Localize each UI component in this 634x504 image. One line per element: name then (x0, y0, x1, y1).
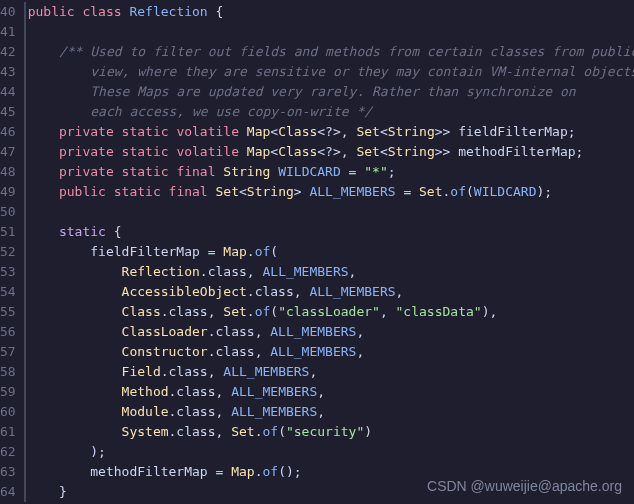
token-kw-mod: private (59, 144, 114, 159)
token-type: Set (356, 144, 379, 159)
code-line[interactable]: private static volatile Map<Class<?>, Se… (28, 142, 634, 162)
code-line[interactable]: fieldFilterMap = Map.of( (28, 242, 634, 262)
token-method: of (255, 304, 271, 319)
code-line[interactable]: Method.class, ALL_MEMBERS, (28, 382, 634, 402)
token-punct: .class, (169, 384, 232, 399)
token-type: String (388, 124, 435, 139)
line-number: 63 (0, 462, 16, 482)
code-line[interactable]: Reflection.class, ALL_MEMBERS, (28, 262, 634, 282)
token-kw-stat: static (122, 144, 169, 159)
line-number: 52 (0, 242, 16, 262)
token-method: of (450, 184, 466, 199)
token-punct: ( (466, 184, 474, 199)
token-punct: ; (568, 124, 576, 139)
token-string: "security" (286, 424, 364, 439)
token-method: of (262, 464, 278, 479)
token-field: methodFilterMap (458, 144, 575, 159)
token-punct: < (380, 124, 388, 139)
watermark: CSDN @wuweijie@apache.org (427, 476, 622, 496)
token-punct: ), (482, 304, 498, 319)
token-punct: < (380, 144, 388, 159)
token-string: "classData" (396, 304, 482, 319)
token-punct: (); (278, 464, 301, 479)
token-kw-fin: final (169, 184, 208, 199)
token-kw-fin: final (176, 164, 215, 179)
line-number: 62 (0, 442, 16, 462)
code-line[interactable]: private static final String WILDCARD = "… (28, 162, 634, 182)
token-type: String (247, 184, 294, 199)
token-punct: ( (278, 424, 286, 439)
line-number: 59 (0, 382, 16, 402)
code-line[interactable]: static { (28, 222, 634, 242)
line-number: 47 (0, 142, 16, 162)
token-punct: { (106, 224, 122, 239)
token-type: Set (419, 184, 442, 199)
token-punct: ; (576, 144, 584, 159)
token-type: Class (278, 124, 317, 139)
token-field: methodFilterMap (90, 464, 207, 479)
code-line[interactable]: private static volatile Map<Class<?>, Se… (28, 122, 634, 142)
code-line[interactable]: view, where they are sensitive or they m… (28, 62, 634, 82)
token-const: ALL_MEMBERS (231, 404, 317, 419)
code-line[interactable]: public class Reflection { (28, 2, 634, 22)
line-number: 40 (0, 2, 16, 22)
token-punct: , (380, 304, 396, 319)
token-punct (161, 184, 169, 199)
token-const: ALL_MEMBERS (270, 324, 356, 339)
token-type: ClassLoader (122, 324, 208, 339)
code-line[interactable]: Class.class, Set.of("classLoader", "clas… (28, 302, 634, 322)
token-kw-stat: static (114, 184, 161, 199)
token-punct (341, 164, 349, 179)
token-field: fieldFilterMap (458, 124, 568, 139)
token-op: = (208, 244, 216, 259)
line-number: 45 (0, 102, 16, 122)
code-area[interactable]: public class Reflection { /** Used to fi… (24, 2, 634, 502)
line-number: 57 (0, 342, 16, 362)
token-type: Map (247, 124, 270, 139)
token-punct: ); (536, 184, 552, 199)
line-number: 61 (0, 422, 16, 442)
line-number: 53 (0, 262, 16, 282)
line-number: 46 (0, 122, 16, 142)
line-number: 51 (0, 222, 16, 242)
token-punct (239, 144, 247, 159)
token-kw-stat: static (122, 164, 169, 179)
token-punct (208, 184, 216, 199)
token-punct: } (59, 484, 67, 499)
code-line[interactable]: Field.class, ALL_MEMBERS, (28, 362, 634, 382)
token-punct: , (349, 264, 357, 279)
token-punct: > (294, 184, 310, 199)
code-line[interactable]: ); (28, 442, 634, 462)
token-type: Set (216, 184, 239, 199)
code-line[interactable]: Constructor.class, ALL_MEMBERS, (28, 342, 634, 362)
token-kw-vol: volatile (176, 124, 239, 139)
token-punct: .class, (169, 424, 232, 439)
token-type: System (122, 424, 169, 439)
code-line[interactable]: /** Used to filter out fields and method… (28, 42, 634, 62)
code-line[interactable]: public static final Set<String> ALL_MEMB… (28, 182, 634, 202)
code-line[interactable] (28, 202, 634, 222)
code-line[interactable]: ClassLoader.class, ALL_MEMBERS, (28, 322, 634, 342)
token-type: Map (247, 144, 270, 159)
line-number: 48 (0, 162, 16, 182)
token-punct (114, 124, 122, 139)
token-punct: >> (435, 124, 458, 139)
token-method: of (262, 424, 278, 439)
token-kw-pub: public (59, 184, 106, 199)
code-editor[interactable]: 4041424344454647484950515253545556575859… (0, 0, 634, 502)
code-line[interactable]: Module.class, ALL_MEMBERS, (28, 402, 634, 422)
token-type: Set (356, 124, 379, 139)
token-method: of (255, 244, 271, 259)
token-punct (200, 244, 208, 259)
code-line[interactable] (28, 22, 634, 42)
line-number: 49 (0, 182, 16, 202)
token-punct: , (356, 344, 364, 359)
token-type: String (223, 164, 270, 179)
code-line[interactable]: System.class, Set.of("security") (28, 422, 634, 442)
code-line[interactable]: These Maps are updated very rarely. Rath… (28, 82, 634, 102)
token-punct: ; (388, 164, 396, 179)
code-line[interactable]: AccessibleObject.class, ALL_MEMBERS, (28, 282, 634, 302)
token-comment: each access, we use copy-on-write */ (90, 104, 372, 119)
token-kw-pub: public (28, 4, 75, 19)
code-line[interactable]: each access, we use copy-on-write */ (28, 102, 634, 122)
